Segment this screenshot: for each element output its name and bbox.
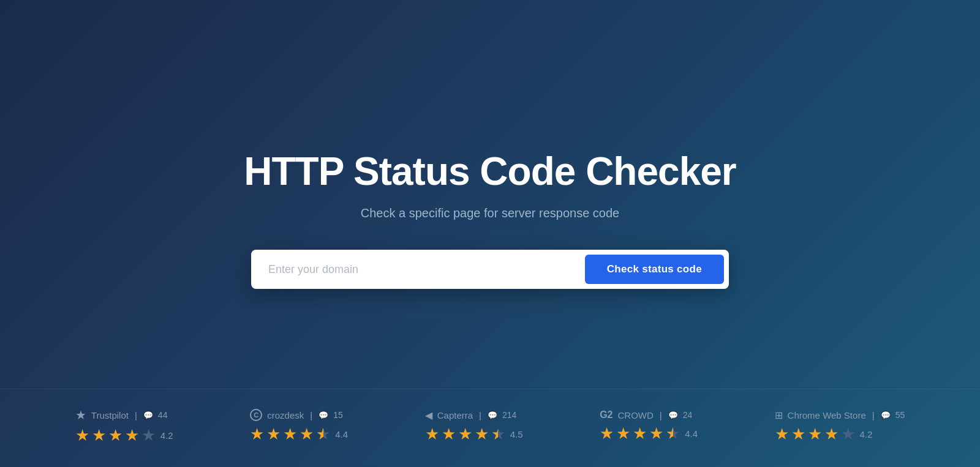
page-subtitle: Check a specific page for server respons… [361, 206, 619, 220]
review-count: 214 [502, 410, 516, 420]
star-full: ★ [633, 424, 647, 443]
page-title: HTTP Status Code Checker [244, 149, 736, 194]
star-full: ★ [283, 425, 297, 444]
star-full: ★ [125, 426, 139, 445]
star-full: ★ [824, 425, 839, 444]
star-full: ★ [108, 426, 123, 445]
star-full: ★ [300, 425, 314, 444]
stars-row: ★★★★4.4 [600, 424, 698, 443]
capterra-icon: ◀ [425, 409, 432, 421]
check-status-button[interactable]: Check status code [585, 255, 724, 284]
star-half [316, 425, 330, 444]
rating-item: ★ Trustpilot | 💬 44 ★★★★★4.2 [75, 408, 173, 445]
crowd-icon: G2 [600, 409, 612, 420]
rating-number: 4.5 [510, 429, 523, 439]
rating-item: ⊞ Chrome Web Store | 💬 55 ★★★★★4.2 [775, 409, 905, 444]
review-count: 24 [683, 410, 693, 420]
star-empty: ★ [841, 425, 855, 444]
star-full: ★ [616, 424, 630, 443]
star-full: ★ [92, 426, 106, 445]
star-full: ★ [808, 425, 822, 444]
star-full: ★ [775, 425, 789, 444]
rating-number: 4.2 [160, 430, 173, 441]
stars-row: ★★★★★4.2 [775, 425, 873, 444]
rating-number: 4.4 [335, 429, 348, 439]
star-full: ★ [791, 425, 805, 444]
star-half [491, 425, 505, 444]
platform-name: Chrome Web Store [788, 410, 866, 420]
domain-input[interactable] [256, 255, 585, 284]
star-full: ★ [458, 425, 472, 444]
stars-row: ★★★★4.5 [425, 425, 523, 444]
search-container: Check status code [251, 250, 729, 289]
star-full: ★ [475, 425, 489, 444]
review-count: 55 [895, 410, 905, 420]
star-full: ★ [425, 425, 439, 444]
comment-icon: 💬 [668, 411, 678, 420]
star-full: ★ [600, 424, 614, 443]
stars-row: ★★★★4.4 [250, 425, 348, 444]
rating-number: 4.4 [685, 428, 698, 439]
star-empty: ★ [141, 426, 156, 445]
review-count: 15 [333, 410, 343, 420]
comment-icon: 💬 [881, 411, 891, 420]
crozdesk-icon: C [250, 409, 262, 421]
platform-name: Trustpilot [91, 410, 129, 420]
review-count: 44 [158, 410, 168, 420]
star-full: ★ [75, 426, 89, 445]
platform-name: Capterra [437, 410, 473, 420]
comment-icon: 💬 [143, 411, 153, 420]
star-full: ★ [250, 425, 264, 444]
hero-section: HTTP Status Code Checker Check a specifi… [0, 0, 980, 389]
rating-item: G2 CROWD | 💬 24 ★★★★4.4 [600, 409, 698, 443]
star-full: ★ [649, 424, 663, 443]
star-full: ★ [266, 425, 281, 444]
star-half [666, 424, 680, 443]
comment-icon: 💬 [318, 411, 328, 420]
rating-number: 4.2 [860, 429, 873, 439]
chrome-icon: ⊞ [775, 409, 783, 421]
platform-name: crozdesk [267, 410, 304, 420]
ratings-bar: ★ Trustpilot | 💬 44 ★★★★★4.2 C crozdesk … [0, 389, 980, 467]
comment-icon: 💬 [488, 411, 497, 420]
platform-name: CROWD [618, 410, 654, 420]
rating-item: ◀ Capterra | 💬 214 ★★★★4.5 [425, 409, 523, 444]
star-full: ★ [442, 425, 456, 444]
stars-row: ★★★★★4.2 [75, 426, 173, 445]
rating-item: C crozdesk | 💬 15 ★★★★4.4 [250, 409, 348, 444]
trustpilot-icon: ★ [75, 408, 86, 422]
